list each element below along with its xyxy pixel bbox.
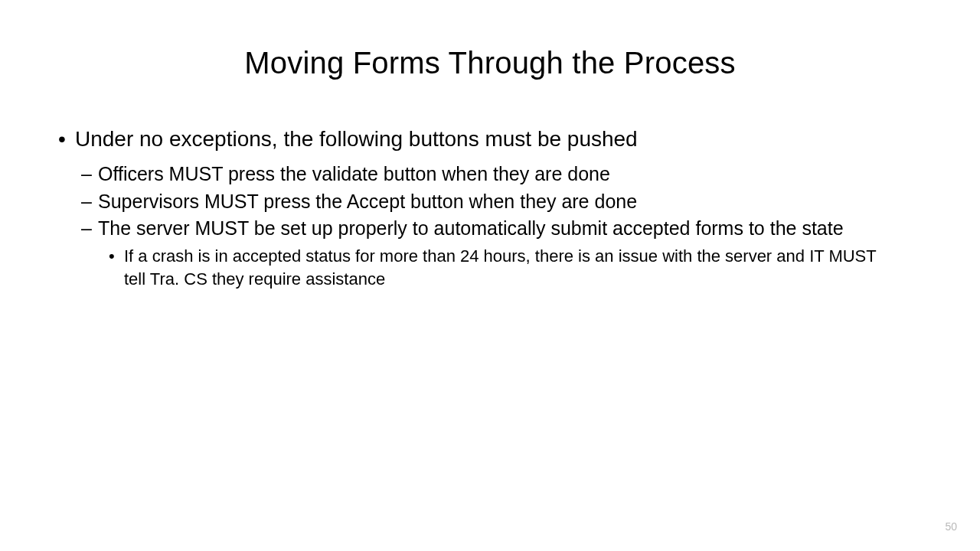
bullet-list-level3: If a crash is in accepted status for mor…: [98, 245, 926, 290]
bullet-l2c-text: The server MUST be set up properly to au…: [98, 217, 844, 239]
slide-container: Moving Forms Through the Process Under n…: [0, 0, 980, 551]
bullet-l3-item: If a crash is in accepted status for mor…: [124, 245, 926, 290]
bullet-l2-item: Officers MUST press the validate button …: [98, 161, 926, 187]
bullet-l2-item: Supervisors MUST press the Accept button…: [98, 189, 926, 215]
bullet-l2-item: The server MUST be set up properly to au…: [98, 216, 926, 290]
bullet-list-level2: Officers MUST press the validate button …: [75, 161, 926, 291]
page-number: 50: [945, 520, 957, 533]
bullet-l1-text: Under no exceptions, the following butto…: [75, 127, 638, 151]
bullet-l2a-text: Officers MUST press the validate button …: [98, 163, 610, 184]
bullet-l2b-text: Supervisors MUST press the Accept button…: [98, 191, 637, 212]
bullet-l1-item: Under no exceptions, the following butto…: [75, 125, 926, 290]
bullet-l3a-text: If a crash is in accepted status for mor…: [124, 246, 876, 289]
slide-title: Moving Forms Through the Process: [54, 46, 926, 80]
bullet-list-level1: Under no exceptions, the following butto…: [54, 125, 926, 290]
